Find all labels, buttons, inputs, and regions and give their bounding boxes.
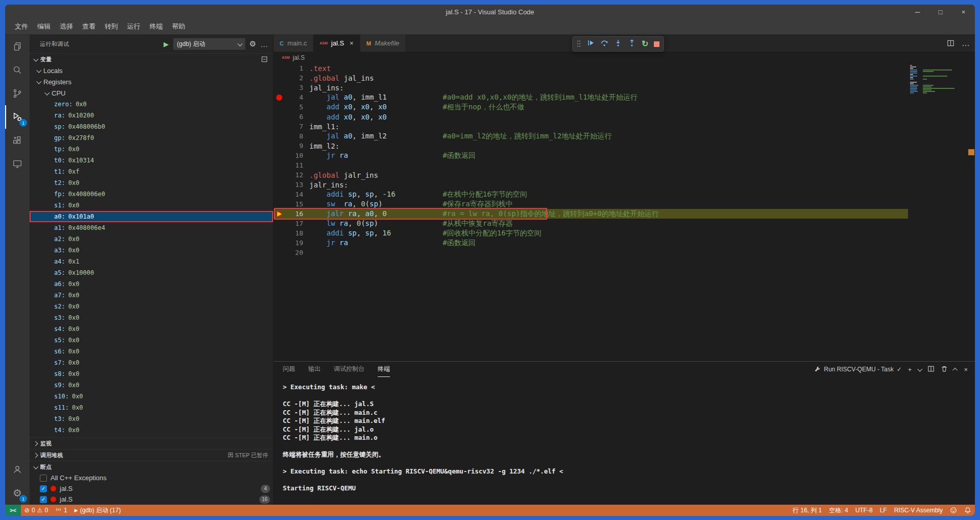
run-and-debug-icon[interactable]: 1 bbox=[5, 105, 30, 129]
tab-main.c[interactable]: Cmain.c bbox=[274, 35, 313, 52]
register-row-t1[interactable]: t1:0xf bbox=[30, 166, 273, 177]
register-row-s11[interactable]: s11:0x0 bbox=[30, 402, 273, 413]
code-editor[interactable]: 1.text2.global jal_ins3jal_ins:4 jal a0,… bbox=[274, 63, 975, 361]
register-row-t0[interactable]: t0:0x10314 bbox=[30, 155, 273, 166]
split-terminal-icon[interactable] bbox=[927, 365, 935, 374]
code-line-19[interactable]: 19 jr ra#函数返回 bbox=[274, 238, 975, 248]
stop-button[interactable] bbox=[654, 41, 659, 47]
menu-item-4[interactable]: 转到 bbox=[100, 21, 122, 32]
register-row-a2[interactable]: a2:0x0 bbox=[30, 233, 273, 245]
debug-session-indicator[interactable]: ▶ (gdb) 启动 (17) bbox=[71, 505, 125, 516]
register-row-gp[interactable]: gp:0x278f0 bbox=[30, 132, 273, 144]
breakpoint-row-1[interactable]: ✓jal.S4 bbox=[30, 483, 273, 494]
register-row-a4[interactable]: a4:0x1 bbox=[30, 256, 273, 267]
menu-item-3[interactable]: 查看 bbox=[78, 21, 100, 32]
panel-tab-1[interactable]: 输出 bbox=[308, 362, 321, 377]
register-row-sp[interactable]: sp:0x408006b0 bbox=[30, 121, 273, 132]
code-line-6[interactable]: 6 add x0, x0, x0 bbox=[274, 112, 975, 122]
code-line-3[interactable]: 3jal_ins: bbox=[274, 83, 975, 92]
start-debug-button[interactable]: ▶ bbox=[164, 40, 169, 48]
editor-scrollbar[interactable] bbox=[968, 63, 975, 361]
panel-tab-0[interactable]: 问题 bbox=[283, 362, 295, 377]
menu-item-5[interactable]: 运行 bbox=[122, 21, 145, 32]
code-line-9[interactable]: 9imm_l2: bbox=[274, 141, 975, 151]
code-line-18[interactable]: 18 addi sp, sp, 16#回收栈中分配的16字节的空间 bbox=[274, 228, 975, 238]
register-row-t3[interactable]: t3:0x0 bbox=[30, 413, 273, 424]
breakpoint-checkbox[interactable]: ✓ bbox=[40, 496, 47, 503]
menu-item-7[interactable]: 帮助 bbox=[167, 21, 190, 32]
extensions-icon[interactable] bbox=[5, 129, 30, 152]
new-terminal-icon[interactable]: + bbox=[908, 366, 912, 373]
breadcrumb[interactable]: ASM jal.S bbox=[274, 52, 975, 63]
register-row-s5[interactable]: s5:0x0 bbox=[30, 335, 273, 346]
scope-locals[interactable]: Locals bbox=[30, 65, 273, 76]
code-line-2[interactable]: 2.global jal_ins bbox=[274, 73, 975, 83]
menu-item-0[interactable]: 文件 bbox=[10, 21, 33, 32]
eol[interactable]: LF bbox=[876, 505, 891, 516]
tab-close-button[interactable]: × bbox=[350, 39, 354, 47]
step-into-button[interactable] bbox=[614, 39, 622, 49]
remote-indicator[interactable]: >< bbox=[5, 505, 21, 516]
split-editor-icon[interactable] bbox=[947, 39, 954, 47]
breakpoint-checkbox[interactable]: ✓ bbox=[40, 485, 47, 492]
breakpoint-row-0[interactable]: All C++ Exceptions bbox=[30, 472, 273, 483]
terminal-dropdown-icon[interactable] bbox=[918, 366, 923, 371]
minimap[interactable] bbox=[908, 64, 968, 95]
menu-item-1[interactable]: 编辑 bbox=[33, 21, 55, 32]
breakpoint-row-2[interactable]: ✓jal.S16 bbox=[30, 494, 273, 505]
code-line-11[interactable]: 11 bbox=[274, 160, 975, 170]
continue-button[interactable] bbox=[586, 39, 595, 49]
restart-button[interactable]: ↻ bbox=[642, 40, 648, 48]
maximize-button[interactable]: □ bbox=[929, 5, 952, 19]
variables-section-header[interactable]: 变量 bbox=[30, 53, 273, 65]
code-line-7[interactable]: 7imm_l1: bbox=[274, 122, 975, 131]
register-row-a6[interactable]: a6:0x0 bbox=[30, 278, 273, 290]
callstack-section-header[interactable]: 调用堆栈 因 STEP 已暂停 bbox=[30, 449, 273, 461]
code-line-14[interactable]: 14 addi sp, sp, -16#在栈中分配16字节的空间 bbox=[274, 190, 975, 199]
close-button[interactable]: × bbox=[952, 5, 975, 19]
register-row-t4[interactable]: t4:0x0 bbox=[30, 424, 273, 436]
kill-terminal-icon[interactable] bbox=[941, 365, 948, 374]
collapse-all-icon[interactable] bbox=[261, 56, 268, 63]
feedback-smiley-icon[interactable] bbox=[946, 505, 961, 516]
register-row-a0[interactable]: a0:0x101a0 bbox=[30, 211, 273, 222]
gear-icon[interactable]: ⚙ bbox=[250, 39, 256, 49]
notifications-bell-icon[interactable] bbox=[961, 505, 975, 516]
register-row-s3[interactable]: s3:0x0 bbox=[30, 312, 273, 323]
indentation[interactable]: 空格: 4 bbox=[825, 505, 851, 516]
watch-section-header[interactable]: 监视 bbox=[30, 437, 273, 449]
close-panel-icon[interactable]: × bbox=[964, 366, 968, 373]
register-row-a1[interactable]: a1:0x408006e4 bbox=[30, 222, 273, 233]
menu-item-2[interactable]: 选择 bbox=[55, 21, 78, 32]
terminal-output[interactable]: > Executing task: make < CC -[M] 正在构建...… bbox=[274, 377, 975, 505]
register-row-fp[interactable]: fp:0x408006e0 bbox=[30, 188, 273, 200]
tab-jal.S[interactable]: ASMjal.S× bbox=[313, 35, 360, 52]
register-row-a5[interactable]: a5:0x10000 bbox=[30, 267, 273, 278]
code-line-5[interactable]: 5 add x0, x0, x0#相当于nop，什么也不做 bbox=[274, 102, 975, 112]
gutter-4[interactable] bbox=[274, 94, 285, 101]
code-line-13[interactable]: 13jalr_ins: bbox=[274, 180, 975, 190]
code-line-12[interactable]: 12.global jalr_ins bbox=[274, 170, 975, 180]
register-row-s6[interactable]: s6:0x0 bbox=[30, 346, 273, 357]
remote-explorer-icon[interactable] bbox=[5, 152, 30, 176]
panel-tab-2[interactable]: 调试控制台 bbox=[334, 362, 364, 377]
register-row-s2[interactable]: s2:0x0 bbox=[30, 301, 273, 312]
menu-item-6[interactable]: 终端 bbox=[145, 21, 167, 32]
register-row-s9[interactable]: s9:0x0 bbox=[30, 380, 273, 391]
terminal-task-item[interactable]: Run RISCV-QEMU - Task ✓ bbox=[814, 366, 902, 373]
settings-gear-icon[interactable]: ⚙ 1 bbox=[5, 481, 30, 505]
more-actions-icon[interactable]: … bbox=[962, 39, 970, 48]
cursor-position[interactable]: 行 16, 列 1 bbox=[789, 505, 825, 516]
code-line-17[interactable]: 17 lw ra, 0(sp)#从栈中恢复ra寄存器 bbox=[274, 219, 975, 228]
register-row-a7[interactable]: a7:0x0 bbox=[30, 290, 273, 301]
ports-indicator[interactable]: 1 bbox=[52, 505, 71, 516]
code-line-10[interactable]: 10 jr ra#函数返回 bbox=[274, 151, 975, 160]
register-row-s10[interactable]: s10:0x0 bbox=[30, 391, 273, 402]
more-actions-icon[interactable]: … bbox=[260, 40, 268, 49]
code-line-4[interactable]: 4 jal a0, imm_l1#a0=add x0,x0,x0的地址，跳转到i… bbox=[274, 92, 975, 102]
register-row-s8[interactable]: s8:0x0 bbox=[30, 368, 273, 380]
register-row-a3[interactable]: a3:0x0 bbox=[30, 245, 273, 256]
register-row-zero[interactable]: zero:0x0 bbox=[30, 99, 273, 110]
step-out-button[interactable] bbox=[628, 39, 636, 49]
explorer-icon[interactable] bbox=[5, 35, 30, 58]
